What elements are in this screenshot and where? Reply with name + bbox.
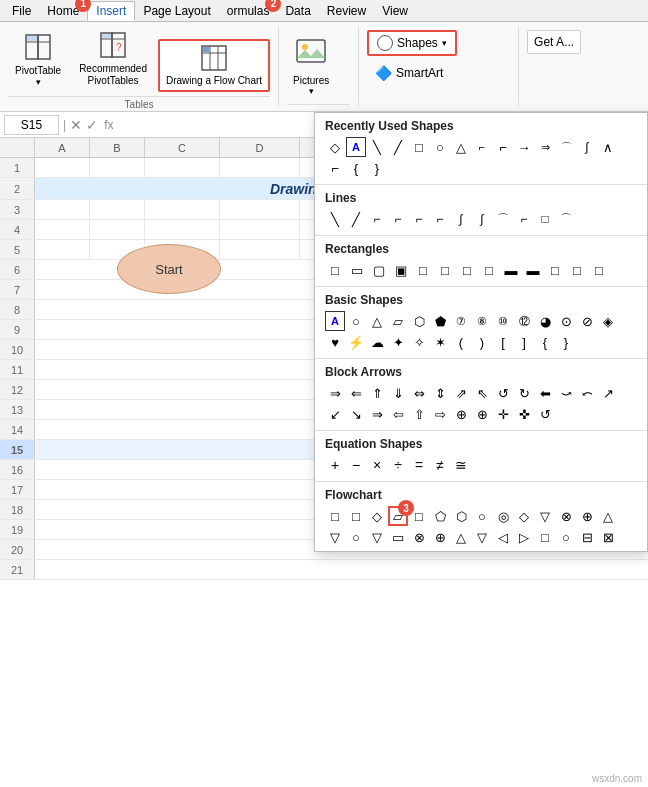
shape-item[interactable]: ⇓ xyxy=(388,383,408,403)
cell-d1[interactable] xyxy=(220,158,300,177)
shape-item[interactable]: ○ xyxy=(472,506,492,526)
shape-item[interactable]: ∫ xyxy=(472,209,492,229)
shape-item[interactable]: ◁ xyxy=(493,527,513,547)
shape-item[interactable]: ⊕ xyxy=(472,404,492,424)
shape-item[interactable]: ↘ xyxy=(346,404,366,424)
shape-item[interactable]: ◈ xyxy=(598,311,618,331)
shape-item[interactable]: ╲ xyxy=(325,209,345,229)
shape-item[interactable]: ○ xyxy=(346,527,366,547)
shape-item[interactable]: ⌐ xyxy=(493,137,513,157)
shape-item[interactable]: △ xyxy=(367,311,387,331)
col-header-b[interactable]: B xyxy=(90,138,145,157)
shape-item[interactable]: ⊕ xyxy=(451,404,471,424)
shape-item[interactable]: ≅ xyxy=(451,455,471,475)
shape-item[interactable]: A xyxy=(325,311,345,331)
shape-item[interactable]: ⊕ xyxy=(430,527,450,547)
shape-item[interactable]: ≠ xyxy=(430,455,450,475)
flowchart-parallelogram-shape[interactable]: ▱ 3 xyxy=(388,506,408,526)
shape-item[interactable]: ⬅ xyxy=(535,383,555,403)
shape-item[interactable]: ▬ xyxy=(501,260,521,280)
shape-item[interactable]: ☁ xyxy=(367,332,387,352)
shape-item[interactable]: → xyxy=(514,137,534,157)
shape-item[interactable]: ⌒ xyxy=(493,209,513,229)
shape-item[interactable]: ▭ xyxy=(388,527,408,547)
shape-item[interactable]: ⊕ xyxy=(577,506,597,526)
shape-item[interactable]: ◎ xyxy=(493,506,513,526)
shape-item[interactable]: ✦ xyxy=(388,332,408,352)
menu-review[interactable]: Review xyxy=(319,2,374,20)
shape-item[interactable]: ⌒ xyxy=(556,209,576,229)
cell-c1[interactable] xyxy=(145,158,220,177)
cell-d3[interactable] xyxy=(220,200,300,219)
shape-item[interactable]: △ xyxy=(598,506,618,526)
shape-item[interactable]: ⑫ xyxy=(514,311,534,331)
shape-item[interactable]: ◇ xyxy=(514,506,534,526)
shape-item[interactable]: ↗ xyxy=(598,383,618,403)
shape-item[interactable]: ⇒ xyxy=(535,137,555,157)
shape-item[interactable]: ⇐ xyxy=(346,383,366,403)
shape-item[interactable]: ⌐ xyxy=(514,209,534,229)
shape-item[interactable]: ⑩ xyxy=(493,311,513,331)
shape-item[interactable]: ♥ xyxy=(325,332,345,352)
shape-item[interactable]: ○ xyxy=(430,137,450,157)
shape-item[interactable]: ↙ xyxy=(325,404,345,424)
shape-item[interactable]: } xyxy=(556,332,576,352)
shape-item[interactable]: ⊙ xyxy=(556,311,576,331)
shape-item[interactable]: ✜ xyxy=(514,404,534,424)
shape-item[interactable]: ⤺ xyxy=(577,383,597,403)
col-header-a[interactable]: A xyxy=(35,138,90,157)
shape-item[interactable]: △ xyxy=(451,137,471,157)
shape-item[interactable]: ↺ xyxy=(493,383,513,403)
shape-item[interactable]: ) xyxy=(472,332,492,352)
shape-item[interactable]: ∫ xyxy=(451,209,471,229)
shape-item[interactable]: ╱ xyxy=(346,209,366,229)
shape-item[interactable]: ▱ xyxy=(388,311,408,331)
shape-item[interactable]: + xyxy=(325,455,345,475)
shape-item[interactable]: □ xyxy=(457,260,477,280)
cell-b1[interactable] xyxy=(90,158,145,177)
cancel-formula-icon[interactable]: ✕ xyxy=(70,117,82,133)
shape-item[interactable]: ⚡ xyxy=(346,332,366,352)
menu-insert[interactable]: Insert xyxy=(87,1,135,21)
shape-item[interactable]: △ xyxy=(451,527,471,547)
cell-a4[interactable] xyxy=(35,220,90,239)
menu-home[interactable]: Home 1 xyxy=(39,2,87,20)
insert-function-icon[interactable]: fx xyxy=(104,118,113,132)
shape-item[interactable]: ⤻ xyxy=(556,383,576,403)
shape-item[interactable]: □ xyxy=(479,260,499,280)
col-header-d[interactable]: D xyxy=(220,138,300,157)
shape-item[interactable]: ] xyxy=(514,332,534,352)
shape-item[interactable]: ⇧ xyxy=(409,404,429,424)
shape-item[interactable]: ⇗ xyxy=(451,383,471,403)
shape-item[interactable]: ⇒ xyxy=(367,404,387,424)
shape-item[interactable]: ⬟ xyxy=(430,311,450,331)
shape-item[interactable]: ○ xyxy=(556,527,576,547)
shape-item[interactable]: ⇦ xyxy=(388,404,408,424)
cell-d4[interactable] xyxy=(220,220,300,239)
shape-item[interactable]: ⌐ xyxy=(409,209,429,229)
shape-item[interactable]: ⇨ xyxy=(430,404,450,424)
shape-item[interactable]: □ xyxy=(325,506,345,526)
cell-c4[interactable] xyxy=(145,220,220,239)
shape-item[interactable]: ⌐ xyxy=(388,209,408,229)
confirm-formula-icon[interactable]: ✓ xyxy=(86,117,98,133)
shape-item[interactable]: ↺ xyxy=(535,404,555,424)
menu-data[interactable]: Data xyxy=(277,2,318,20)
shape-item[interactable]: ⑧ xyxy=(472,311,492,331)
shape-item[interactable]: ▽ xyxy=(325,527,345,547)
shape-item[interactable]: ▽ xyxy=(472,527,492,547)
shape-item[interactable]: ⬠ xyxy=(430,506,450,526)
shape-item[interactable]: ╲ xyxy=(367,137,387,157)
shape-item[interactable]: □ xyxy=(535,527,555,547)
shape-item[interactable]: □ xyxy=(325,260,345,280)
pictures-btn[interactable]: Pictures ▾ xyxy=(287,32,335,100)
shape-item[interactable]: = xyxy=(409,455,429,475)
cell-b4[interactable] xyxy=(90,220,145,239)
menu-file[interactable]: File xyxy=(4,2,39,20)
menu-view[interactable]: View xyxy=(374,2,416,20)
shape-item[interactable]: ▷ xyxy=(514,527,534,547)
shapes-btn[interactable]: Shapes ▾ xyxy=(367,30,457,56)
shape-item[interactable]: ⑦ xyxy=(451,311,471,331)
shape-item[interactable]: ✧ xyxy=(409,332,429,352)
smartart-btn[interactable]: 🔷 SmartArt xyxy=(367,60,510,86)
